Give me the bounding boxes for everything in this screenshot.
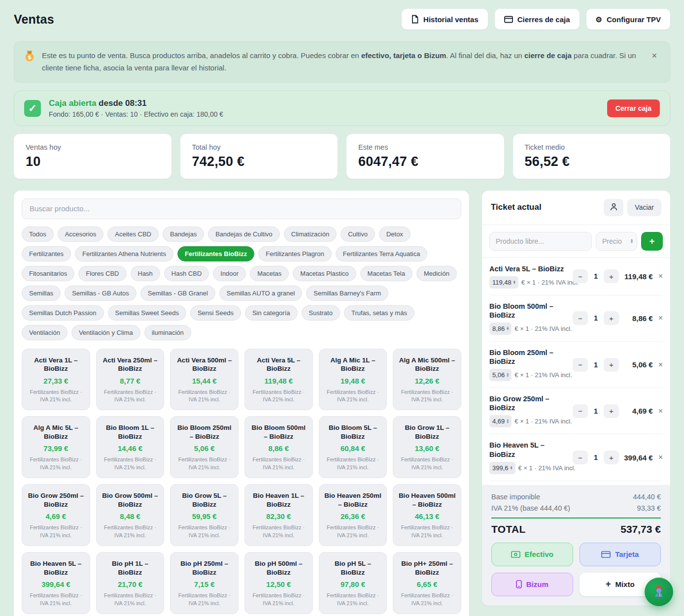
category-chip[interactable]: Hash CBD — [164, 266, 209, 281]
info-banner-close-icon[interactable]: × — [649, 50, 660, 62]
product-card[interactable]: Bio Bloom 500ml – BioBizz 8,86 € Fertili… — [244, 416, 313, 478]
category-chip[interactable]: Semillas — [22, 286, 61, 301]
category-chip[interactable]: Macetas Tela — [360, 266, 412, 281]
category-chip[interactable]: iluminación — [144, 325, 191, 340]
category-chip[interactable]: Medición — [416, 266, 457, 281]
category-chip[interactable]: Semillas Barney's Farm — [306, 286, 388, 301]
product-card[interactable]: Bio Heaven 250ml – BioBizz 26,36 € Ferti… — [319, 484, 387, 546]
product-card[interactable]: Bio pH 5L – BioBizz 97,80 € Fertilizante… — [319, 552, 387, 614]
unit-price-input[interactable]: 119,48 ▴▾ — [489, 276, 518, 289]
category-chip[interactable]: Semillas Sweet Seeds — [108, 305, 186, 321]
category-chip[interactable]: Semillas Dutch Passion — [22, 305, 104, 321]
decrease-qty-button[interactable]: − — [573, 311, 588, 325]
decrease-qty-button[interactable]: − — [573, 269, 588, 283]
category-chip[interactable]: Ventilación — [22, 325, 68, 340]
cash-closings-button[interactable]: Cierres de caja — [495, 9, 580, 30]
category-chip[interactable]: Sustrato — [302, 305, 340, 321]
product-card[interactable]: Bio Bloom 5L – BioBizz 60,84 € Fertiliza… — [319, 416, 387, 478]
category-chip[interactable]: Macetas — [250, 266, 289, 281]
category-chip[interactable]: Fertilizantes Terra Aquatica — [336, 246, 428, 261]
pay-card-button[interactable]: Tarjeta — [580, 543, 661, 566]
remove-item-icon[interactable]: × — [656, 272, 663, 281]
product-card[interactable]: Bio Grow 5L – BioBizz 59,95 € Fertilizan… — [170, 484, 239, 546]
stepper-icon[interactable]: ▴▾ — [511, 466, 513, 470]
increase-qty-button[interactable]: + — [604, 358, 619, 372]
product-card[interactable]: Bio pH 500ml – BioBizz 12,50 € Fertiliza… — [244, 552, 313, 614]
configure-tpv-button[interactable]: ⚙ Configurar TPV — [586, 9, 670, 30]
stepper-icon[interactable]: ▴▾ — [507, 326, 509, 331]
increase-qty-button[interactable]: + — [604, 404, 619, 418]
increase-qty-button[interactable]: + — [604, 269, 619, 283]
unit-price-input[interactable]: 4,69 ▴▾ — [489, 415, 512, 427]
category-chip[interactable]: Climatización — [284, 227, 337, 242]
product-card[interactable]: Bio Grow 500ml – BioBizz 8,48 € Fertiliz… — [96, 484, 165, 546]
free-product-input[interactable] — [489, 232, 592, 251]
pay-cash-button[interactable]: Efectivo — [491, 543, 573, 566]
category-chip[interactable]: Indoor — [213, 266, 246, 281]
product-card[interactable]: Alg A Mic 500ml – BioBizz 12,26 € Fertil… — [393, 349, 461, 411]
product-card[interactable]: Bio Heaven 1L – BioBizz 82,30 € Fertiliz… — [244, 484, 313, 546]
remove-item-icon[interactable]: × — [656, 407, 663, 416]
product-card[interactable]: Acti Vera 500ml – BioBizz 15,44 € Fertil… — [170, 349, 239, 411]
category-chip[interactable]: Ventilación y Clima — [71, 325, 140, 340]
pay-bizum-button[interactable]: Bizum — [491, 573, 573, 596]
category-chip[interactable]: Semillas AUTO a granel — [219, 286, 303, 301]
product-card[interactable]: Bio Heaven 5L – BioBizz 399,64 € Fertili… — [22, 552, 90, 614]
decrease-qty-button[interactable]: − — [573, 451, 588, 464]
assistant-fab[interactable] — [645, 578, 673, 606]
product-card[interactable]: Bio pH 250ml – BioBizz 7,15 € Fertilizan… — [170, 552, 239, 614]
unit-price-input[interactable]: 399,6 ▴▾ — [489, 462, 515, 474]
product-card[interactable]: Bio Grow 1L – BioBizz 13,60 € Fertilizan… — [393, 416, 461, 478]
price-input[interactable]: Precio ▴▾ — [596, 232, 637, 251]
decrease-qty-button[interactable]: − — [573, 404, 588, 418]
increase-qty-button[interactable]: + — [604, 451, 619, 464]
category-chip[interactable]: Fertilizantes — [22, 246, 71, 261]
product-card[interactable]: Bio Grow 250ml – BioBizz 4,69 € Fertiliz… — [22, 484, 90, 546]
category-chip[interactable]: Fitosanitarios — [22, 266, 74, 281]
stepper-icon[interactable]: ▴▾ — [507, 419, 509, 423]
category-chip[interactable]: Todos — [22, 227, 54, 242]
product-card[interactable]: Acti Vera 250ml – BioBizz 8,77 € Fertili… — [96, 349, 165, 411]
category-chip[interactable]: Aceites CBD — [107, 227, 159, 242]
clear-ticket-button[interactable]: Vaciar — [627, 199, 661, 216]
product-card[interactable]: Bio Heaven 500ml – BioBizz 46,13 € Ferti… — [393, 484, 461, 546]
category-chip[interactable]: Hash — [131, 266, 160, 281]
product-card[interactable]: Alg A Mic 1L – BioBizz 19,48 € Fertiliza… — [319, 349, 387, 411]
category-chip[interactable]: Semillas - GB Granel — [140, 286, 215, 301]
category-chip[interactable]: Macetas Plastico — [293, 266, 356, 281]
category-chip[interactable]: Trufas, setas y más — [344, 305, 414, 321]
add-free-product-button[interactable]: + — [641, 232, 663, 251]
category-chip[interactable]: Fertilizantes Plagron — [258, 246, 332, 261]
category-chip[interactable]: Detox — [379, 227, 410, 242]
product-card[interactable]: Acti Vera 5L – BioBizz 119,48 € Fertiliz… — [244, 349, 313, 411]
category-chip[interactable]: Fertilizantes BioBizz — [177, 246, 254, 261]
remove-item-icon[interactable]: × — [656, 453, 663, 462]
product-card[interactable]: Bio Bloom 250ml – BioBizz 5,06 € Fertili… — [170, 416, 239, 478]
category-chip[interactable]: Bandejas de Cultivo — [208, 227, 280, 242]
category-chip[interactable]: Sensi Seeds — [190, 305, 241, 321]
product-card[interactable]: Bio Bloom 1L – BioBizz 14,46 € Fertiliza… — [96, 416, 165, 478]
category-chip[interactable]: Accesorios — [58, 227, 104, 242]
category-chip[interactable]: Bandejas — [163, 227, 204, 242]
category-chip[interactable]: Flores CBD — [78, 266, 126, 281]
product-card[interactable]: Acti Vera 1L – BioBizz 27,33 € Fertiliza… — [22, 349, 90, 411]
close-register-button[interactable]: Cerrar caja — [607, 99, 660, 117]
decrease-qty-button[interactable]: − — [573, 358, 588, 372]
category-chip[interactable]: Sin categoría — [245, 305, 298, 321]
search-input[interactable] — [22, 198, 461, 219]
stepper-icon[interactable]: ▴▾ — [513, 280, 515, 285]
product-card[interactable]: Alg A Mic 5L – BioBizz 73,99 € Fertiliza… — [22, 416, 90, 478]
stepper-icon[interactable]: ▴▾ — [631, 239, 633, 243]
remove-item-icon[interactable]: × — [656, 314, 663, 323]
unit-price-input[interactable]: 5,06 ▴▾ — [489, 369, 512, 381]
unit-price-input[interactable]: 8,86 ▴▾ — [489, 323, 512, 335]
sales-history-button[interactable]: Historial ventas — [402, 9, 488, 30]
category-chip[interactable]: Cultivo — [341, 227, 375, 242]
product-card[interactable]: Bio pH 1L – BioBizz 21,70 € Fertilizante… — [96, 552, 165, 614]
increase-qty-button[interactable]: + — [604, 311, 619, 325]
category-chip[interactable]: Fertilizantes Athena Nutrients — [75, 246, 173, 261]
category-chip[interactable]: Semillas - GB Autos — [65, 286, 137, 301]
remove-item-icon[interactable]: × — [656, 360, 663, 369]
assign-customer-button[interactable] — [604, 199, 623, 216]
stepper-icon[interactable]: ▴▾ — [507, 373, 509, 377]
